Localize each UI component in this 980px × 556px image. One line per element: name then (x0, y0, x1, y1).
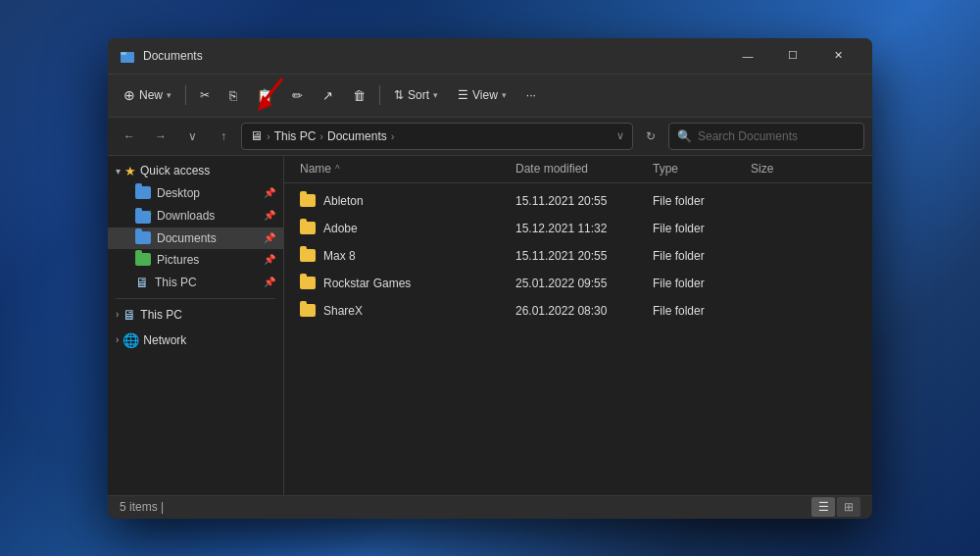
view-label: View (472, 88, 498, 102)
sidebar-item-documents[interactable]: Documents 📌 (108, 227, 283, 249)
downloads-pin-icon: 📌 (264, 210, 275, 221)
paste-button[interactable]: 📋 (249, 83, 280, 108)
column-type-header[interactable]: Type (653, 162, 751, 176)
path-separator-1: › (267, 130, 270, 142)
this-pc-header[interactable]: › 🖥 This PC (108, 303, 283, 327)
sort-button[interactable]: ⇅ Sort ▾ (386, 83, 446, 107)
address-bar: ← → ∨ ↑ 🖥 › This PC › Documents › ∨ ↻ 🔍 … (108, 117, 872, 156)
file-name-adobe: Adobe (300, 222, 515, 235)
table-row[interactable]: Ableton 15.11.2021 20:55 File folder (284, 187, 872, 215)
status-bar: 5 items | ☰ ⊞ (108, 495, 872, 519)
rockstar-folder-icon (300, 277, 316, 289)
file-list-header: Name ^ Date modified Type Size (284, 156, 872, 183)
minimize-button[interactable]: — (725, 38, 770, 74)
desktop-folder-icon (135, 186, 151, 199)
documents-pin-icon: 📌 (264, 232, 275, 243)
maximize-button[interactable]: ☐ (770, 38, 815, 74)
desktop-label: Desktop (157, 186, 200, 200)
this-pc-quick-label: This PC (155, 276, 197, 289)
table-row[interactable]: Adobe 15.12.2021 11:32 File folder (284, 215, 872, 242)
max8-folder-icon (300, 249, 316, 262)
network-header[interactable]: › 🌐 Network (108, 329, 283, 352)
close-button[interactable]: ✕ (815, 38, 860, 74)
status-count: 5 items | (120, 500, 164, 514)
search-icon: 🔍 (677, 129, 692, 143)
file-explorer-window: Documents — ☐ ✕ ⊕ New ▾ ✂ ⎘ 📋 ✏ ↗ 🗑 (108, 38, 872, 519)
share-button[interactable]: ↗ (315, 83, 341, 108)
table-row[interactable]: ShareX 26.01.2022 08:30 File folder (284, 297, 872, 325)
network-chevron-icon: › (116, 334, 119, 345)
delete-icon: 🗑 (353, 88, 366, 103)
quick-access-header[interactable]: ▾ ★ Quick access (108, 160, 283, 182)
delete-button[interactable]: 🗑 (345, 83, 373, 108)
file-date-sharex: 26.01.2022 08:30 (515, 304, 653, 318)
file-type-ableton: File folder (653, 194, 751, 208)
sidebar-item-this-pc-quick[interactable]: 🖥 This PC 📌 (108, 271, 283, 294)
list-view-button[interactable]: ☰ (811, 497, 835, 517)
address-path-box[interactable]: 🖥 › This PC › Documents › ∨ (241, 123, 633, 150)
sort-chevron-icon: ▾ (433, 90, 438, 100)
search-box[interactable]: 🔍 Search Documents (668, 123, 864, 150)
file-name-rockstar: Rockstar Games (300, 277, 515, 290)
rename-icon: ✏ (292, 88, 303, 103)
this-pc-quick-pin-icon: 📌 (264, 277, 275, 287)
sidebar-section-quick-access: ▾ ★ Quick access Desktop 📌 ↓ Downloads 📌 (108, 160, 283, 294)
file-date-max8: 15.11.2021 20:55 (515, 249, 653, 263)
table-row[interactable]: Rockstar Games 25.01.2022 09:55 File fol… (284, 270, 872, 297)
path-separator-3: › (391, 130, 395, 142)
search-placeholder: Search Documents (698, 129, 798, 143)
sort-icon: ⇅ (394, 88, 404, 102)
column-name-header[interactable]: Name ^ (300, 162, 515, 176)
share-icon: ↗ (322, 88, 333, 103)
svg-rect-3 (121, 52, 126, 55)
sidebar-item-desktop[interactable]: Desktop 📌 (108, 182, 283, 204)
new-button[interactable]: ⊕ New ▾ (116, 82, 179, 108)
title-bar: Documents — ☐ ✕ (108, 38, 872, 74)
downloads-folder-icon: ↓ (135, 208, 151, 224)
sidebar-item-pictures[interactable]: Pictures 📌 (108, 249, 283, 271)
view-button[interactable]: ☰ View ▾ (450, 83, 514, 107)
this-pc-quick-icon: 🖥 (135, 275, 149, 290)
sharex-folder-icon (300, 304, 316, 317)
pictures-pin-icon: 📌 (264, 254, 275, 265)
back-button[interactable]: ← (116, 123, 143, 150)
paste-icon: 📋 (257, 88, 272, 103)
table-row[interactable]: Max 8 15.11.2021 20:55 File folder (284, 242, 872, 270)
file-rows: Ableton 15.11.2021 20:55 File folder Ado… (284, 183, 872, 495)
adobe-folder-icon (300, 222, 316, 234)
path-separator-2: › (319, 130, 323, 142)
toolbar-separator-1 (185, 85, 186, 105)
network-icon: 🌐 (122, 332, 139, 348)
documents-label: Documents (157, 231, 217, 245)
sidebar-item-downloads[interactable]: ↓ Downloads 📌 (108, 204, 283, 227)
up-button[interactable]: ↑ (210, 123, 237, 150)
path-this-pc: This PC (274, 129, 317, 143)
rename-button[interactable]: ✏ (284, 83, 311, 108)
cut-button[interactable]: ✂ (192, 83, 218, 107)
this-pc-icon: 🖥 (122, 307, 136, 323)
more-button[interactable]: ··· (518, 83, 544, 107)
new-label: New (139, 88, 163, 102)
refresh-button[interactable]: ↻ (637, 123, 664, 150)
view-toggle-group: ☰ ⊞ (811, 497, 860, 517)
more-icon: ··· (526, 88, 536, 102)
sidebar-section-this-pc: › 🖥 This PC (108, 303, 283, 327)
new-icon: ⊕ (123, 87, 135, 103)
tiles-view-button[interactable]: ⊞ (837, 497, 860, 517)
file-type-sharex: File folder (653, 304, 751, 318)
quick-access-label: Quick access (140, 164, 210, 177)
toolbar-separator-2 (379, 85, 380, 105)
window-title: Documents (143, 49, 725, 63)
dropdown-button[interactable]: ∨ (178, 123, 206, 150)
copy-button[interactable]: ⎘ (221, 83, 245, 108)
column-size-header[interactable]: Size (751, 162, 829, 176)
file-date-rockstar: 25.01.2022 09:55 (515, 277, 653, 290)
this-pc-chevron-icon: › (116, 309, 119, 320)
column-date-header[interactable]: Date modified (515, 162, 653, 176)
forward-button[interactable]: → (147, 123, 174, 150)
path-chevron-icon[interactable]: ∨ (616, 129, 624, 142)
path-computer-icon: 🖥 (250, 128, 263, 143)
sidebar-divider-1 (116, 298, 275, 299)
pictures-folder-icon (135, 253, 151, 266)
path-documents: Documents (327, 129, 387, 143)
